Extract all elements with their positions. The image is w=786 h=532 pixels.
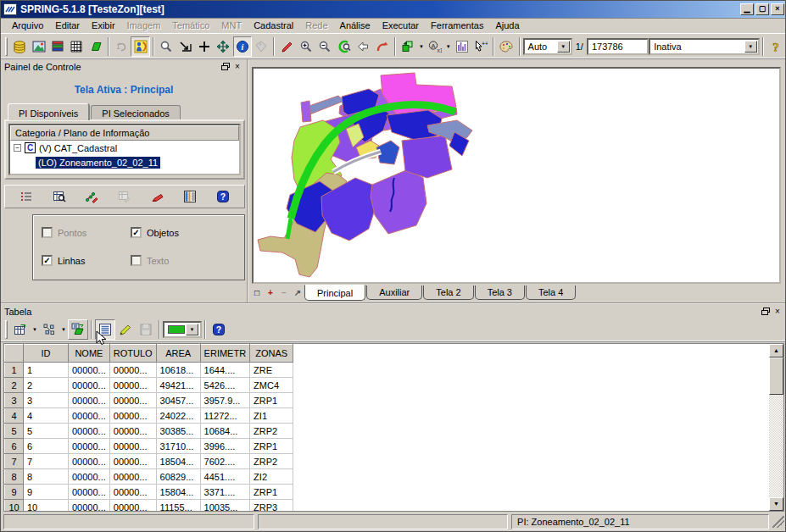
table-cell[interactable]: 00000... bbox=[109, 500, 156, 513]
scroll-thumb[interactable] bbox=[769, 357, 783, 395]
table-cell[interactable]: ZI2 bbox=[250, 469, 293, 485]
scale-1x-dropdown-icon[interactable]: ▼ bbox=[444, 44, 452, 49]
map-tab-tela-3[interactable]: Tela 3 bbox=[475, 285, 525, 300]
table-cell[interactable]: 00000... bbox=[69, 393, 110, 408]
table-row[interactable]: 2200000...00000...49421...5426....ZMC4 bbox=[5, 378, 293, 393]
checkbox-linhas[interactable]: ✓ bbox=[42, 255, 53, 266]
table-row[interactable]: 9900000...00000...15804...3371....ZRP1 bbox=[5, 485, 293, 500]
tree-expander-icon[interactable]: − bbox=[14, 144, 21, 152]
table-cell[interactable]: 00000... bbox=[69, 408, 110, 424]
cursor-info-icon[interactable] bbox=[131, 36, 149, 57]
grid-icon[interactable] bbox=[67, 36, 86, 57]
float-view-icon[interactable]: □ bbox=[251, 287, 263, 299]
table-cell[interactable]: 30385... bbox=[156, 424, 200, 439]
table-cell[interactable]: 7602.... bbox=[200, 454, 250, 469]
edit-pencil-icon[interactable] bbox=[277, 36, 296, 57]
table-cell[interactable]: 8 bbox=[24, 469, 69, 485]
table-cell[interactable]: 5426.... bbox=[200, 378, 250, 393]
scale-1x-icon[interactable]: Ax1 bbox=[426, 36, 444, 57]
table-cell[interactable]: 00000... bbox=[109, 378, 156, 393]
row-number-cell[interactable]: 5 bbox=[5, 424, 24, 439]
scale-denominator-field[interactable]: 173786 bbox=[587, 38, 649, 55]
pan-icon[interactable] bbox=[214, 36, 232, 57]
vector-edit-icon[interactable] bbox=[81, 186, 102, 207]
maximize-button[interactable]: ▢ bbox=[755, 3, 769, 15]
column-header-id[interactable]: ID bbox=[24, 345, 69, 363]
table-row[interactable]: 101000000...00000...11155...10035...ZRP3 bbox=[5, 500, 293, 513]
table-cell[interactable]: 3371.... bbox=[200, 485, 250, 500]
table-cell[interactable]: 49421... bbox=[156, 378, 200, 393]
table-row[interactable]: 3300000...00000...30457...3957.9...ZRP1 bbox=[5, 393, 293, 408]
pi-search-icon[interactable] bbox=[49, 186, 70, 207]
eraser-icon[interactable] bbox=[148, 186, 168, 207]
graphic-scale-icon[interactable] bbox=[452, 36, 471, 57]
title-bar[interactable]: SPRING-5.1.8 [TesteZon][test] ▁ ▢ × bbox=[1, 1, 786, 18]
view-state-combo[interactable]: Inativa▼ bbox=[649, 38, 760, 55]
layer-label-selected[interactable]: (LO) Zoneamento_02_02_11 bbox=[36, 157, 160, 169]
table-cell[interactable]: 24022... bbox=[156, 408, 200, 424]
table-cell[interactable]: 2 bbox=[24, 378, 69, 393]
table-cell[interactable]: 00000... bbox=[69, 378, 110, 393]
line-color-combo-arrow-icon[interactable]: ▼ bbox=[186, 324, 198, 335]
spatialize-dropdown-icon[interactable]: ▼ bbox=[59, 327, 68, 332]
table-cell[interactable]: 00000... bbox=[69, 363, 110, 378]
table-cell[interactable]: ZRP1 bbox=[250, 439, 293, 454]
menu-cadastral[interactable]: Cadastral bbox=[248, 19, 299, 32]
row-number-cell[interactable]: 7 bbox=[5, 454, 24, 469]
toolbar-handle[interactable] bbox=[5, 320, 8, 339]
table-cell[interactable]: 00000... bbox=[109, 393, 156, 408]
magnifier-icon[interactable] bbox=[157, 36, 176, 57]
table-cell[interactable]: 00000... bbox=[109, 439, 156, 454]
table-row[interactable]: 1100000...00000...10618...1644....ZRE bbox=[5, 363, 293, 378]
row-number-cell[interactable]: 6 bbox=[5, 439, 24, 454]
table-cell[interactable]: 00000... bbox=[69, 424, 110, 439]
table-cell[interactable]: 10 bbox=[24, 500, 69, 513]
query-table-dropdown-icon[interactable]: ▼ bbox=[31, 327, 39, 332]
menu-editar[interactable]: Editar bbox=[49, 19, 86, 32]
table-cell[interactable]: 10618... bbox=[156, 363, 200, 378]
close-button[interactable]: × bbox=[771, 3, 784, 15]
table-cell[interactable]: 30457... bbox=[156, 393, 200, 408]
close-panel-icon[interactable]: × bbox=[231, 61, 243, 72]
add-view-icon[interactable]: + bbox=[265, 287, 276, 299]
table-vertical-scrollbar[interactable]: ▲ ▼ bbox=[769, 344, 783, 511]
toolbar-handle[interactable] bbox=[5, 37, 8, 56]
zoom-fit-icon[interactable] bbox=[176, 36, 194, 57]
table-row[interactable]: 7700000...00000...18504...7602....ZRP2 bbox=[5, 454, 293, 469]
info-icon[interactable]: i bbox=[233, 36, 252, 57]
spatialize-icon[interactable] bbox=[39, 319, 59, 340]
tree-node-layer[interactable]: (LO) Zoneamento_02_02_11 bbox=[10, 155, 239, 169]
crosshair-icon[interactable] bbox=[195, 36, 214, 57]
redraw-icon[interactable] bbox=[373, 36, 392, 57]
row-number-cell[interactable]: 2 bbox=[5, 378, 24, 393]
menu-arquivo[interactable]: Arquivo bbox=[6, 19, 49, 32]
table-cell[interactable]: ZRP3 bbox=[250, 500, 293, 513]
map-canvas[interactable] bbox=[252, 67, 781, 284]
table-cell[interactable]: 11272... bbox=[200, 408, 250, 424]
table-corner-cell[interactable] bbox=[5, 345, 24, 363]
table-row[interactable]: 5500000...00000...30385...10684...ZRP2 bbox=[5, 424, 293, 439]
table-cell[interactable]: ZRP1 bbox=[250, 393, 293, 408]
table-cell[interactable]: 4451.... bbox=[200, 469, 250, 485]
table-cell[interactable]: ZRP1 bbox=[250, 485, 293, 500]
table-row[interactable]: 4400000...00000...24022...11272...ZI1 bbox=[5, 408, 293, 424]
menu-executar[interactable]: Executar bbox=[376, 19, 425, 32]
table-cell[interactable]: 6 bbox=[24, 439, 69, 454]
column-header-area[interactable]: AREA bbox=[156, 345, 200, 363]
attribute-table[interactable]: IDNOMEROTULOAREAERIMETRZONAS1100000...00… bbox=[3, 343, 784, 512]
pi-list-icon[interactable] bbox=[16, 186, 36, 207]
float-table-icon[interactable] bbox=[760, 306, 772, 317]
row-number-cell[interactable]: 10 bbox=[5, 500, 24, 513]
help-icon[interactable]: ? bbox=[766, 36, 785, 57]
table-cell[interactable]: 00000... bbox=[69, 485, 110, 500]
zoom-out-icon[interactable] bbox=[315, 36, 334, 57]
table-cell[interactable]: 5 bbox=[24, 424, 69, 439]
edit-cell-icon[interactable] bbox=[115, 319, 136, 340]
table-cell[interactable]: 18504... bbox=[156, 454, 200, 469]
table-cell[interactable]: 3996.... bbox=[200, 439, 250, 454]
zoom-area-icon[interactable] bbox=[335, 36, 354, 57]
layers-icon[interactable] bbox=[48, 36, 67, 57]
row-number-cell[interactable]: 9 bbox=[5, 485, 24, 500]
table-cell[interactable]: 00000... bbox=[69, 469, 110, 485]
row-number-cell[interactable]: 8 bbox=[5, 469, 24, 485]
